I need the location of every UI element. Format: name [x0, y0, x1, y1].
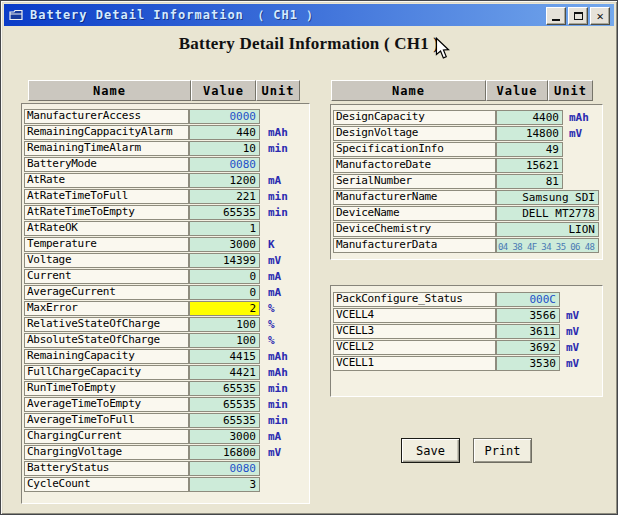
row-name-cell: ManufactoreDate [333, 158, 496, 173]
row-name-cell: VCELL3 [333, 324, 496, 339]
row-value-cell: DELL MT2778 [496, 206, 599, 221]
right-header-unit: Unit [548, 80, 593, 101]
left-table-header: Name Value Unit [28, 80, 300, 101]
maximize-button[interactable] [568, 7, 588, 25]
row-name-cell: PackConfigure_Status [333, 292, 496, 307]
right-header-value: Value [486, 80, 548, 101]
row-value-cell: 4415 [189, 349, 260, 364]
row-name-cell: VCELL1 [333, 356, 496, 371]
row-name-cell: ManufacturerAccess [24, 109, 189, 124]
right-header-name: Name [331, 80, 486, 101]
row-unit-label: mV [566, 324, 579, 339]
row-value-cell: 14800 [496, 126, 563, 141]
right-table-header: Name Value Unit [331, 80, 593, 101]
row-unit-label: % [268, 333, 275, 348]
table-row: AverageTimeToFull65535min [24, 413, 309, 428]
table-row: VCELL23692mV [333, 340, 602, 355]
row-name-cell: ManufacturerData [333, 238, 496, 253]
table-row: DesignVoltage14800mV [333, 126, 602, 141]
row-value-cell: 49 [496, 142, 563, 157]
print-button[interactable]: Print [473, 438, 532, 463]
row-unit-label: mV [268, 445, 281, 460]
table-row: ManufacturerNameSamsung SDI [333, 190, 602, 205]
row-name-cell: AtRateTimeToFull [24, 189, 189, 204]
table-row: DeviceChemistryLION [333, 222, 602, 237]
row-unit-label: mV [566, 356, 579, 371]
row-unit-label: min [268, 413, 288, 428]
row-unit-label: mA [268, 269, 281, 284]
table-row: VCELL43566mV [333, 308, 602, 323]
table-row: AtRate1200mA [24, 173, 309, 188]
close-button[interactable]: ✕ [590, 7, 610, 25]
row-name-cell: AverageCurrent [24, 285, 189, 300]
table-row: AverageCurrent0mA [24, 285, 309, 300]
row-unit-label: min [268, 189, 288, 204]
table-row: Temperature3000K [24, 237, 309, 252]
row-name-cell: ChargingVoltage [24, 445, 189, 460]
row-name-cell: AbsoluteStateOfCharge [24, 333, 189, 348]
row-value-cell: 65535 [189, 381, 260, 396]
table-row: BatteryStatus0080 [24, 461, 309, 476]
row-value-cell: 0080 [189, 157, 260, 172]
minimize-icon [552, 19, 560, 21]
table-row: RunTimeToEmpty65535min [24, 381, 309, 396]
row-value-cell: 15621 [496, 158, 563, 173]
row-value-cell: 1 [189, 221, 260, 236]
row-name-cell: DesignCapacity [333, 110, 496, 125]
row-name-cell: ChargingCurrent [24, 429, 189, 444]
row-value-cell: 100 [189, 333, 260, 348]
left-header-value: Value [191, 80, 256, 101]
row-unit-label: mV [566, 340, 579, 355]
row-name-cell: ManufacturerName [333, 190, 496, 205]
row-value-cell: 81 [496, 174, 563, 189]
folder-icon [9, 9, 23, 21]
row-value-cell: 16800 [189, 445, 260, 460]
table-row: SerialNumber81 [333, 174, 602, 189]
window-title: Battery Detail Information （ CH1 ） [30, 7, 319, 24]
table-row: ChargingCurrent3000mA [24, 429, 309, 444]
row-name-cell: AtRate [24, 173, 189, 188]
row-value-cell: 65535 [189, 413, 260, 428]
row-unit-label: mA [268, 429, 281, 444]
table-row: DeviceNameDELL MT2778 [333, 206, 602, 221]
table-row: PackConfigure_Status000C [333, 292, 602, 307]
title-bar[interactable]: Battery Detail Information （ CH1 ） ✕ [4, 4, 614, 26]
row-name-cell: AtRateTimeToEmpty [24, 205, 189, 220]
table-row: BatteryMode0080 [24, 157, 309, 172]
left-table-panel: ManufacturerAccess0000RemainingCappacity… [21, 103, 310, 504]
table-row: DesignCapacity4400mAh [333, 110, 602, 125]
battery-detail-window: Battery Detail Information （ CH1 ） ✕ Bat… [0, 0, 618, 515]
row-value-cell: 3566 [496, 308, 560, 323]
row-name-cell: SpecificationInfo [333, 142, 496, 157]
row-unit-label: min [268, 381, 288, 396]
row-unit-label: mV [268, 253, 281, 268]
table-row: Voltage14399mV [24, 253, 309, 268]
row-value-cell: 3 [189, 477, 260, 492]
save-button[interactable]: Save [401, 438, 460, 463]
table-row: AverageTimeToEmpty65535min [24, 397, 309, 412]
row-value-cell: 100 [189, 317, 260, 332]
table-row: ManufacturerAccess0000 [24, 109, 309, 124]
table-row: CycleCount3 [24, 477, 309, 492]
row-name-cell: RelativeStateOfCharge [24, 317, 189, 332]
row-value-cell: 2 [189, 301, 260, 316]
mouse-arrow-cursor [435, 37, 450, 60]
row-value-cell: 14399 [189, 253, 260, 268]
table-row: AtRateTimeToEmpty65535min [24, 205, 309, 220]
close-icon: ✕ [596, 10, 603, 22]
row-unit-label: mA [268, 173, 281, 188]
table-row: VCELL33611mV [333, 324, 602, 339]
row-name-cell: VCELL2 [333, 340, 496, 355]
row-value-cell: 3000 [189, 429, 260, 444]
row-name-cell: SerialNumber [333, 174, 496, 189]
row-name-cell: MaxError [24, 301, 189, 316]
row-value-cell: 04 38 4F 34 35 06 48 [496, 238, 599, 253]
minimize-button[interactable] [546, 7, 566, 25]
row-value-cell: 3611 [496, 324, 560, 339]
row-unit-label: mA [268, 285, 281, 300]
row-value-cell: 0080 [189, 461, 260, 476]
row-value-cell: 440 [189, 125, 260, 140]
row-unit-label: mAh [268, 125, 288, 140]
row-value-cell: 3000 [189, 237, 260, 252]
row-name-cell: RemainingTimeAlarm [24, 141, 189, 156]
